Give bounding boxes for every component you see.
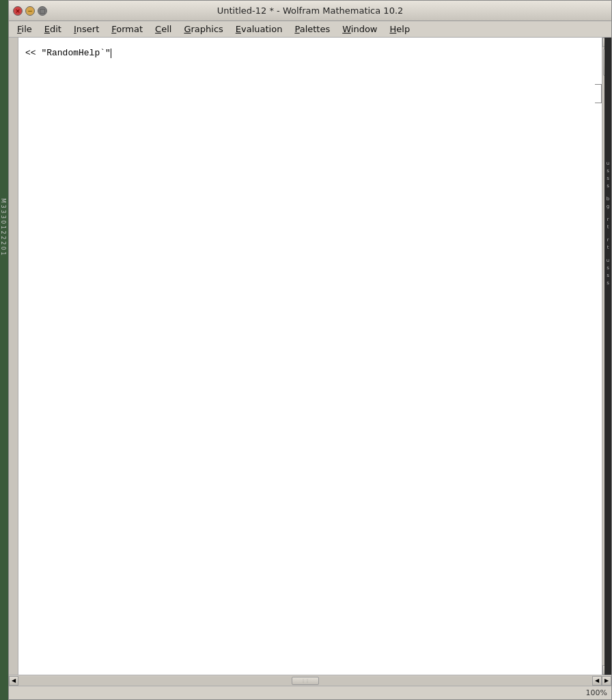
menu-window-label: W <box>342 24 351 34</box>
menu-cell[interactable]: Cell <box>150 23 177 36</box>
menu-graphics[interactable]: Graphics <box>178 23 228 36</box>
title-bar: × − □ Untitled-12 * - Wolfram Mathematic… <box>9 1 611 21</box>
notebook-content[interactable]: << "RandomHelp`" <box>18 38 602 675</box>
scroll-right-icon-2: ▶ <box>604 677 609 684</box>
menu-evaluation-label: E <box>236 24 241 34</box>
close-icon: × <box>15 8 20 14</box>
scrollbar-thumb-h[interactable]: ⋮⋮ <box>292 677 319 685</box>
panel-letter-13: s <box>607 273 609 278</box>
menu-palettes[interactable]: Palettes <box>289 23 335 36</box>
panel-letter-4: s <box>607 183 609 189</box>
panel-letter-10: t <box>607 245 609 250</box>
h-scroll-right-buttons: ◀ ▶ <box>592 676 611 686</box>
panel-letter-5: b <box>607 196 609 202</box>
menu-palettes-label: P <box>294 24 299 34</box>
panel-letter-9: r <box>607 237 609 243</box>
cell-input[interactable]: << "RandomHelp`" <box>25 44 588 62</box>
zoom-level: 100% <box>586 688 607 697</box>
left-edge-decoration: M 3 3 3 0 1 2 2 2 0 1 <box>0 198 5 255</box>
scrollbar-track-h[interactable]: ⋮⋮ <box>18 676 592 686</box>
scroll-right-button-1[interactable]: ◀ <box>592 676 602 686</box>
menu-edit-label: E <box>44 24 50 34</box>
window-controls: × − □ <box>13 6 47 16</box>
maximize-button[interactable]: □ <box>38 6 47 16</box>
menu-format-label: F <box>111 24 116 34</box>
menu-file[interactable]: File <box>12 23 38 36</box>
menu-insert-label: I <box>74 24 76 34</box>
minimize-button[interactable]: − <box>25 6 35 16</box>
text-cursor <box>111 49 111 58</box>
notebook-area[interactable]: << "RandomHelp`" <box>18 38 602 675</box>
scroll-right-icon-1: ◀ <box>595 677 599 684</box>
menu-help-label: H <box>390 24 397 34</box>
menu-graphics-label: G <box>184 24 191 34</box>
horizontal-scrollbar-bar: ◀ ⋮⋮ ◀ ▶ <box>9 675 611 686</box>
panel-letter-2: s <box>607 168 609 174</box>
panel-letter-14: s <box>607 280 609 286</box>
window-title: Untitled-12 * - Wolfram Mathematica 10.2 <box>217 5 404 16</box>
menu-edit[interactable]: Edit <box>39 23 67 36</box>
scroll-left-icon: ◀ <box>12 677 16 684</box>
menu-format[interactable]: Format <box>106 23 148 36</box>
cell-bracket <box>595 84 602 103</box>
content-area: << "RandomHelp`" ▲ ▼ u <box>9 38 611 675</box>
status-bar: 100% <box>9 686 611 699</box>
panel-letter-11: u <box>607 258 609 263</box>
panel-letter-8: t <box>607 224 609 230</box>
menu-cell-label: C <box>155 24 161 34</box>
scroll-right-button-2[interactable]: ▶ <box>602 676 611 686</box>
menu-evaluation[interactable]: Evaluation <box>230 23 288 36</box>
menu-help[interactable]: Help <box>385 23 416 36</box>
menu-window[interactable]: Window <box>337 23 382 36</box>
cell-content: << "RandomHelp`" <box>25 48 111 58</box>
maximize-icon: □ <box>40 8 46 14</box>
panel-letter-1: u <box>607 161 609 166</box>
panel-letter-12: s <box>607 265 609 271</box>
minimize-icon: − <box>27 8 33 14</box>
menu-insert[interactable]: Insert <box>68 23 105 36</box>
right-side-panel: u s s s b g r t r t u s s s <box>604 38 611 675</box>
panel-letter-6: g <box>607 204 609 209</box>
panel-letter-7: r <box>607 217 609 222</box>
main-window: × − □ Untitled-12 * - Wolfram Mathematic… <box>8 0 612 700</box>
panel-letter-3: s <box>607 176 609 181</box>
gripper-dots: ⋮⋮ <box>301 678 309 683</box>
scroll-left-button[interactable]: ◀ <box>9 676 18 686</box>
menu-bar: File Edit Insert Format Cell Graphics Ev… <box>9 21 611 38</box>
close-button[interactable]: × <box>13 6 23 16</box>
left-margin <box>9 38 18 675</box>
menu-file-label: F <box>17 24 22 34</box>
